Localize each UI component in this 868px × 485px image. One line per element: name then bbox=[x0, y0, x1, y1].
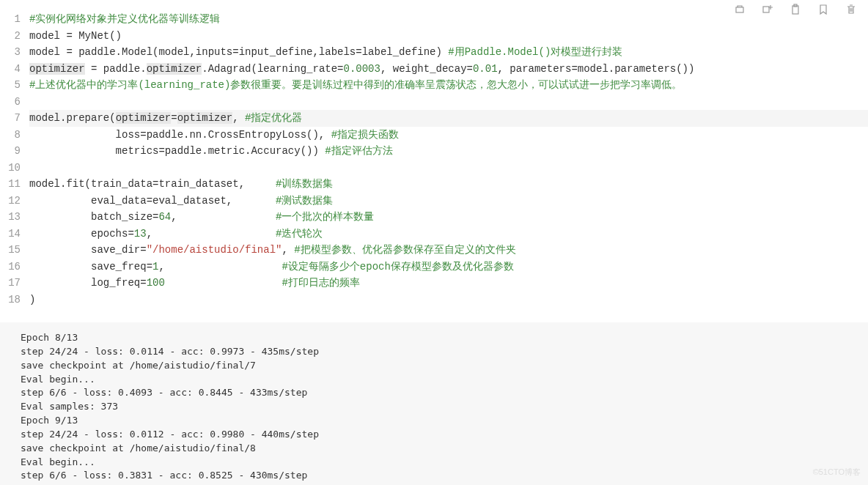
code-line[interactable]: model = MyNet() bbox=[29, 28, 868, 45]
line-number: 4 bbox=[0, 61, 21, 78]
line-number: 14 bbox=[0, 226, 21, 242]
code-line[interactable] bbox=[29, 94, 868, 111]
code-editor[interactable]: 123456789101112131415161718 #实例化网络对象并定义优… bbox=[0, 0, 868, 308]
line-number: 11 bbox=[0, 176, 21, 193]
line-number: 12 bbox=[0, 193, 21, 210]
code-content[interactable]: #实例化网络对象并定义优化器等训练逻辑model = MyNet()model … bbox=[29, 11, 868, 308]
code-line[interactable]: epochs=13, #迭代轮次 bbox=[29, 226, 868, 242]
line-gutter: 123456789101112131415161718 bbox=[0, 11, 29, 308]
code-line[interactable]: batch_size=64, #一个批次的样本数量 bbox=[29, 209, 868, 226]
code-line[interactable] bbox=[29, 160, 868, 177]
code-line[interactable]: optimizer = paddle.optimizer.Adagrad(lea… bbox=[29, 61, 868, 78]
line-number: 7 bbox=[0, 110, 21, 127]
code-line[interactable]: save_freq=1, #设定每隔多少个epoch保存模型参数及优化器参数 bbox=[29, 259, 868, 275]
line-number: 2 bbox=[0, 28, 21, 45]
line-number: 13 bbox=[0, 209, 21, 226]
line-number: 8 bbox=[0, 127, 21, 144]
code-line[interactable]: ) bbox=[29, 292, 868, 308]
code-line[interactable]: log_freq=100 #打印日志的频率 bbox=[29, 275, 868, 292]
code-line[interactable]: save_dir="/home/aistudio/final", #把模型参数、… bbox=[29, 242, 868, 259]
output-panel: Epoch 8/13 step 24/24 - loss: 0.0114 - a… bbox=[0, 322, 868, 485]
code-line[interactable]: eval_data=eval_dataset, #测试数据集 bbox=[29, 193, 868, 210]
code-line[interactable]: #实例化网络对象并定义优化器等训练逻辑 bbox=[29, 11, 868, 28]
line-number: 3 bbox=[0, 44, 21, 61]
code-line[interactable]: model = paddle.Model(model,inputs=input_… bbox=[29, 44, 868, 61]
line-number: 1 bbox=[0, 11, 21, 28]
line-number: 15 bbox=[0, 242, 21, 259]
line-number: 5 bbox=[0, 77, 21, 94]
code-line[interactable]: model.prepare(optimizer=optimizer, #指定优化… bbox=[29, 110, 868, 127]
code-line[interactable]: loss=paddle.nn.CrossEntropyLoss(), #指定损失… bbox=[29, 127, 868, 144]
code-line[interactable]: #上述优化器中的学习率(learning_rate)参数很重要。要是训练过程中得… bbox=[29, 77, 868, 94]
line-number: 10 bbox=[0, 160, 21, 177]
line-number: 18 bbox=[0, 292, 21, 308]
code-line[interactable]: model.fit(train_data=train_dataset, #训练数… bbox=[29, 176, 868, 193]
line-number: 6 bbox=[0, 94, 21, 111]
line-number: 9 bbox=[0, 143, 21, 160]
line-number: 17 bbox=[0, 275, 21, 292]
watermark: ©51CTO博客 bbox=[813, 466, 861, 479]
line-number: 16 bbox=[0, 259, 21, 275]
code-line[interactable]: metrics=paddle.metric.Accuracy()) #指定评估方… bbox=[29, 143, 868, 160]
